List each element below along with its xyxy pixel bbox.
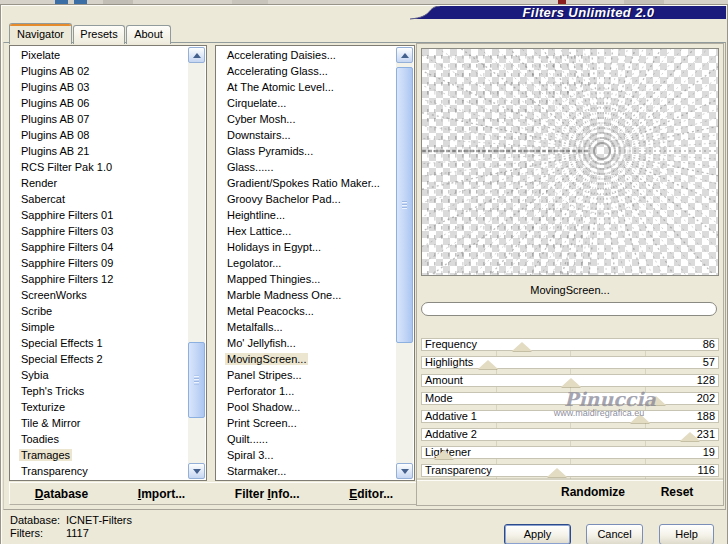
scrollbar-thumb[interactable] bbox=[188, 342, 205, 418]
filter-list-item[interactable]: Holidays in Egypt... bbox=[217, 239, 396, 255]
slider-stack: Frequency 86 Highlights 57 Amount 128 Mo… bbox=[421, 338, 719, 482]
filter-list-item[interactable]: Pool Shadow... bbox=[217, 399, 396, 415]
filter-scrollbar[interactable] bbox=[396, 47, 413, 479]
toolbar-button[interactable]: Import... bbox=[138, 487, 185, 501]
filter-preview-image[interactable] bbox=[421, 48, 719, 276]
category-list-item[interactable]: Render bbox=[11, 175, 188, 191]
parameter-slider[interactable]: Frequency 86 bbox=[421, 338, 719, 351]
window-title: Filters Unlimited 2.0 bbox=[457, 6, 720, 20]
filters-label: Filters: bbox=[10, 527, 66, 540]
filter-list-item[interactable]: Metal Peacocks... bbox=[217, 303, 396, 319]
category-list-item[interactable]: Pixelate bbox=[11, 47, 188, 63]
parameter-slider[interactable]: Addative 1 188 bbox=[421, 410, 719, 423]
toolbar-button[interactable]: Editor... bbox=[349, 487, 393, 501]
parameter-slider[interactable]: Mode 202 bbox=[421, 392, 719, 405]
filter-list-item[interactable]: Marble Madness One... bbox=[217, 287, 396, 303]
category-list-item[interactable]: Sapphire Filters 04 bbox=[11, 239, 188, 255]
category-list-item[interactable]: Toadies bbox=[11, 431, 188, 447]
category-listbox: PixelatePlugins AB 02Plugins AB 03Plugin… bbox=[9, 45, 207, 481]
slider-thumb-icon[interactable] bbox=[478, 360, 498, 369]
slider-thumb-icon[interactable] bbox=[547, 468, 567, 477]
randomize-button[interactable]: Randomize bbox=[543, 485, 643, 499]
filter-list-item[interactable]: Starmaker... bbox=[217, 463, 396, 479]
filter-list-item[interactable]: Metalfalls... bbox=[217, 319, 396, 335]
parameter-slider[interactable]: Highlights 57 bbox=[421, 356, 719, 369]
filter-list-item[interactable]: Accelerating Glass... bbox=[217, 63, 396, 79]
slider-thumb-icon[interactable] bbox=[630, 414, 650, 423]
category-list-item[interactable]: Plugins AB 06 bbox=[11, 95, 188, 111]
parameter-slider[interactable]: Amount 128 bbox=[421, 374, 719, 387]
tab-about[interactable]: About bbox=[126, 25, 171, 44]
category-list-item[interactable]: Tramages bbox=[11, 447, 188, 463]
tab-navigator[interactable]: Navigator bbox=[9, 23, 72, 44]
parameter-slider[interactable]: Addative 2 231 bbox=[421, 428, 719, 441]
filter-list-item[interactable]: Glass Pyramids... bbox=[217, 143, 396, 159]
tab-presets[interactable]: Presets bbox=[73, 25, 125, 44]
category-list-item[interactable]: ScreenWorks bbox=[11, 287, 188, 303]
category-list-item[interactable]: Plugins AB 07 bbox=[11, 111, 188, 127]
parameter-slider[interactable]: Lightener 19 bbox=[421, 446, 719, 459]
category-list-item[interactable]: Sapphire Filters 12 bbox=[11, 271, 188, 287]
category-list-item[interactable]: Plugins AB 21 bbox=[11, 143, 188, 159]
scroll-up-button[interactable] bbox=[396, 47, 413, 63]
filter-list-item[interactable]: Print Screen... bbox=[217, 415, 396, 431]
category-list-item[interactable]: Sapphire Filters 09 bbox=[11, 255, 188, 271]
filter-list-item[interactable]: Heightline... bbox=[217, 207, 396, 223]
cancel-button[interactable]: Cancel bbox=[586, 524, 643, 544]
toolbar-button[interactable]: Database bbox=[35, 487, 88, 501]
slider-thumb-icon[interactable] bbox=[646, 396, 666, 405]
category-list-item[interactable]: Sapphire Filters 03 bbox=[11, 223, 188, 239]
apply-button[interactable]: Apply bbox=[504, 524, 571, 544]
scroll-up-button[interactable] bbox=[188, 47, 205, 63]
category-list-item[interactable]: Transparency bbox=[11, 463, 188, 479]
filter-list-item[interactable]: Downstairs... bbox=[217, 127, 396, 143]
slider-value: 86 bbox=[703, 339, 715, 350]
filter-list-item[interactable]: Panel Stripes... bbox=[217, 367, 396, 383]
filter-list-item[interactable]: MovingScreen... bbox=[217, 351, 396, 367]
filter-list-item[interactable]: Mo' Jellyfish... bbox=[217, 335, 396, 351]
scroll-down-button[interactable] bbox=[188, 463, 205, 479]
category-list-item[interactable]: Plugins AB 02 bbox=[11, 63, 188, 79]
filter-list-item[interactable]: Hex Lattice... bbox=[217, 223, 396, 239]
slider-thumb-icon[interactable] bbox=[561, 378, 581, 387]
scrollbar-thumb[interactable] bbox=[396, 67, 413, 343]
slider-label: Frequency bbox=[425, 339, 477, 350]
category-list-item[interactable]: Special Effects 1 bbox=[11, 335, 188, 351]
filter-list-item[interactable]: Cyber Mosh... bbox=[217, 111, 396, 127]
category-list-item[interactable]: Special Effects 2 bbox=[11, 351, 188, 367]
filter-list-item[interactable]: At The Atomic Level... bbox=[217, 79, 396, 95]
category-list-item[interactable]: Scribe bbox=[11, 303, 188, 319]
toolbar-button[interactable]: Filter Info... bbox=[235, 487, 300, 501]
category-list-item[interactable]: Simple bbox=[11, 319, 188, 335]
category-list-item[interactable]: Teph's Tricks bbox=[11, 383, 188, 399]
category-list-item[interactable]: Sapphire Filters 01 bbox=[11, 207, 188, 223]
filter-list-item[interactable]: Legolator... bbox=[217, 255, 396, 271]
filter-list-item[interactable]: Glass...... bbox=[217, 159, 396, 175]
slider-thumb-icon[interactable] bbox=[680, 432, 700, 441]
filter-list-item[interactable]: Groovy Bachelor Pad... bbox=[217, 191, 396, 207]
filter-list-item[interactable]: Gradient/Spokes Ratio Maker... bbox=[217, 175, 396, 191]
category-list: PixelatePlugins AB 02Plugins AB 03Plugin… bbox=[11, 47, 188, 479]
filter-list-item[interactable]: Perforator 1... bbox=[217, 383, 396, 399]
filter-list-item[interactable]: Spiral 3... bbox=[217, 447, 396, 463]
category-list-item[interactable]: Tile & Mirror bbox=[11, 415, 188, 431]
filter-list-item[interactable]: Accelerating Daisies... bbox=[217, 47, 396, 63]
category-list-item[interactable]: Plugins AB 08 bbox=[11, 127, 188, 143]
category-list-item[interactable]: Sybia bbox=[11, 367, 188, 383]
reset-button[interactable]: Reset bbox=[647, 485, 707, 499]
parameter-slider[interactable]: Transparency 116 bbox=[421, 464, 719, 477]
category-list-item[interactable]: RCS Filter Pak 1.0 bbox=[11, 159, 188, 175]
category-scrollbar[interactable] bbox=[188, 47, 205, 479]
slider-thumb-icon[interactable] bbox=[512, 342, 532, 351]
slider-thumb-icon[interactable] bbox=[434, 450, 454, 459]
category-list-item[interactable]: Plugins AB 03 bbox=[11, 79, 188, 95]
help-button[interactable]: Help bbox=[659, 524, 714, 544]
chevron-down-icon bbox=[401, 469, 409, 474]
filter-list-item[interactable]: Cirquelate... bbox=[217, 95, 396, 111]
scroll-down-button[interactable] bbox=[396, 463, 413, 479]
category-list-item[interactable]: Texturize bbox=[11, 399, 188, 415]
category-list-item[interactable]: Sabercat bbox=[11, 191, 188, 207]
filter-list-item[interactable]: Quilt...... bbox=[217, 431, 396, 447]
moire-pattern-graphic bbox=[422, 49, 718, 275]
filter-list-item[interactable]: Mapped Thingies... bbox=[217, 271, 396, 287]
